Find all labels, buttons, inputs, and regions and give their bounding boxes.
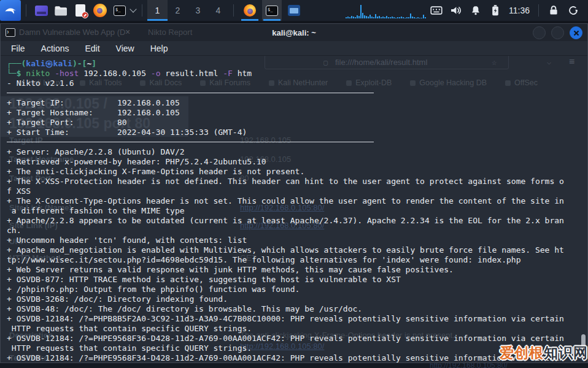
cpu-bar [362, 13, 363, 18]
menu-file[interactable]: File [11, 44, 25, 53]
cpu-bar [421, 18, 422, 18]
cpu-bar [375, 14, 376, 18]
terminal-titlebar[interactable]: Damn Vulnerable Web App (D × Nikto Repor… [1, 24, 587, 41]
output-separator [7, 93, 374, 93]
speaker-icon [450, 5, 462, 16]
cpu-bar [392, 17, 393, 18]
keyboard-icon [430, 6, 443, 15]
workspace-1[interactable]: 1 [147, 0, 168, 21]
files-icon [288, 5, 300, 16]
task-terminal[interactable]: $_ [262, 0, 282, 21]
terminal-line: + Target Port: 80 [7, 118, 564, 128]
cpu-bar [379, 16, 380, 18]
terminal-line: + OSVDB-48: /doc/: The /doc/ directory i… [7, 304, 564, 314]
cpu-bar [384, 17, 385, 18]
task-files[interactable] [284, 0, 304, 21]
terminal-line: HTTP requests that contain specific QUER… [7, 343, 564, 353]
menu-edit[interactable]: Edit [85, 44, 99, 53]
kali-menu-button[interactable] [0, 0, 21, 21]
cpu-bar [397, 17, 398, 18]
cpu-bar [423, 15, 424, 18]
terminal-output: ┌──(kali㉿kali)-[~]└─$ nikto -host 192.16… [7, 59, 564, 362]
terminal-line: + OSVDB-12184: /?=PHPB8B5F2A0-3C92-11d3-… [7, 314, 564, 324]
launcher-firefox[interactable] [92, 2, 108, 18]
cpu-bar [355, 17, 356, 18]
terminal-line: + OSVDB-877: HTTP TRACE method is active… [7, 275, 564, 285]
logout-icon [568, 5, 579, 16]
terminal-icon: ❯ [6, 28, 15, 37]
cpu-bar [401, 17, 402, 18]
battery-indicator[interactable] [487, 2, 504, 19]
minimize-button[interactable] [533, 26, 546, 39]
maximize-button[interactable] [551, 26, 564, 39]
cpu-bar [368, 17, 369, 18]
terminal-line: + OSVDB-12184: /?=PHPE9568F34-D428-11d2-… [7, 353, 564, 362]
desktop-sliver: http://192.168.0.105:80/ [0, 363, 588, 368]
terminal-line: HTTP requests that contain specific QUER… [7, 324, 564, 334]
taskbar-separator [142, 4, 142, 17]
kali-dragon-icon [4, 4, 17, 17]
terminal-line: ch. [7, 226, 564, 236]
cpu-bar [395, 18, 397, 18]
lock-screen-button[interactable] [545, 2, 562, 19]
hamburger-menu-icon: ≡ [569, 56, 574, 66]
terminal-line: + Uncommon header 'tcn' found, with cont… [7, 236, 564, 245]
keyboard-indicator[interactable] [428, 2, 445, 19]
launcher-file-manager[interactable] [53, 2, 69, 18]
cpu-bar [373, 17, 374, 18]
terminal-line: + OSVDB-12184: /?=PHPE9568F36-D428-11d2-… [7, 334, 564, 343]
cpu-bar [366, 16, 367, 18]
terminal-line [7, 88, 564, 98]
launcher-show-desktop[interactable] [33, 2, 49, 18]
workspace-2[interactable]: 2 [168, 0, 188, 21]
taskbar: $_ 1 2 3 4 $_ [0, 0, 588, 21]
terminal-line: + Web Server returns a valid response wi… [7, 265, 564, 275]
cpu-bar [419, 18, 420, 18]
folder-icon [54, 5, 68, 16]
cpu-bar [369, 15, 371, 18]
taskbar-separator [538, 4, 539, 17]
chevron-down-icon[interactable] [130, 6, 136, 12]
cpu-bar [390, 17, 391, 18]
notifications[interactable] [467, 2, 484, 19]
menu-help[interactable]: Help [150, 44, 168, 53]
cpu-bar [410, 13, 411, 18]
terminal-line: + The X-XSS-Protection header is not def… [7, 177, 564, 186]
volume-control[interactable] [447, 2, 465, 19]
cpu-bar [349, 17, 350, 18]
launcher-text-editor[interactable] [72, 2, 88, 18]
close-button[interactable] [570, 26, 582, 39]
cpu-bar [351, 16, 352, 18]
cpu-bar [393, 17, 395, 18]
firefox-icon [93, 4, 107, 17]
cpu-bar [408, 17, 409, 18]
cpu-bar [412, 17, 413, 18]
logout-button[interactable] [565, 2, 582, 19]
cpu-usage-graph[interactable] [346, 2, 427, 18]
workspace-3[interactable]: 3 [188, 0, 208, 21]
lock-icon [548, 5, 559, 16]
cpu-bar [357, 15, 358, 18]
document-icon [75, 4, 85, 17]
cpu-bar [364, 15, 365, 18]
terminal-icon: $_ [266, 6, 278, 16]
menu-actions[interactable]: Actions [41, 44, 69, 53]
terminal-content[interactable]: ▢ file:///home/kali/result.html ☆ ⌵ ≡ Ka… [1, 56, 587, 362]
terminal-line: - Nikto v2.1.6 [7, 79, 564, 88]
terminal-line: + /phpinfo.php: Output from the phpinfo(… [7, 285, 564, 294]
terminal-menubar: File Actions Edit View Help [1, 41, 587, 56]
terminal-line: + Target Hostname: 192.168.0.105 [7, 108, 564, 118]
clock[interactable]: 11:36 [509, 6, 530, 15]
launcher-terminal[interactable]: $_ [112, 2, 128, 18]
terminal-line: + Apache mod_negotiation is enabled with… [7, 245, 564, 255]
cpu-bar [381, 17, 382, 18]
watermark-part1: 爱创根 [500, 345, 544, 361]
menu-view[interactable]: View [116, 44, 134, 53]
watermark-part2: 知识网 [544, 345, 588, 361]
bell-icon [470, 5, 481, 16]
task-firefox[interactable] [240, 0, 260, 21]
terminal-line: ┌──(kali㉿kali)-[~] [7, 59, 564, 69]
firefox-icon [244, 4, 256, 17]
workspace-4[interactable]: 4 [208, 0, 228, 21]
cpu-bar [386, 16, 387, 18]
